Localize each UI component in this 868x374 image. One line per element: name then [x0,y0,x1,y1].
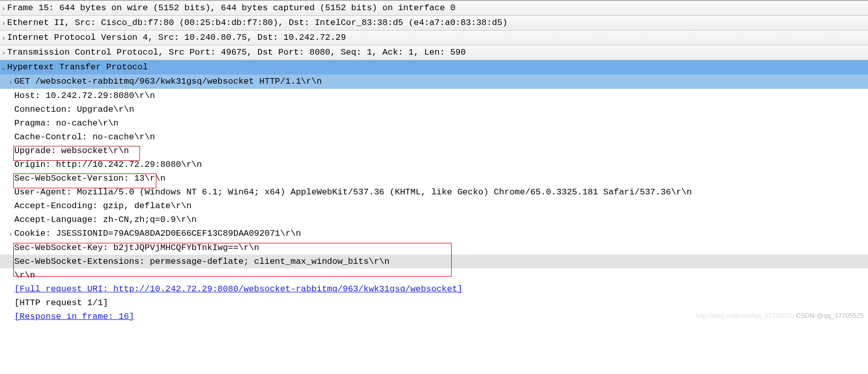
chevron-right-icon[interactable]: › [0,1,7,15]
header-sec-websocket-version[interactable]: Sec-WebSocket-Version: 13\r\n [0,171,868,185]
header-cache-control[interactable]: Cache-Control: no-cache\r\n [0,130,868,144]
tree-item-ethernet[interactable]: › Ethernet II, Src: Cisco_db:f7:80 (00:2… [0,16,868,31]
http-summary: Hypertext Transfer Protocol [7,60,148,74]
header-text: Host: 10.242.72.29:8080\r\n [14,89,155,103]
header-text: Connection: Upgrade\r\n [14,103,134,116]
header-text: Upgrade: websocket\r\n [14,144,129,158]
header-text: Cache-Control: no-cache\r\n [14,130,155,144]
tree-item-ip[interactable]: › Internet Protocol Version 4, Src: 10.2… [0,31,868,45]
header-text: Cookie: JSESSIONID=79AC9A8DA2D0E66CEF13C… [14,227,301,240]
ethernet-summary: Ethernet II, Src: Cisco_db:f7:80 (00:25:… [7,16,507,30]
header-text: Sec-WebSocket-Extensions: permessage-def… [14,255,390,268]
request-line: GET /websocket-rabbitmq/963/kwk31gsq/web… [14,74,322,88]
header-accept-encoding[interactable]: Accept-Encoding: gzip, deflate\r\n [0,199,868,213]
header-text: Accept-Encoding: gzip, deflate\r\n [14,199,192,213]
chevron-right-icon[interactable]: › [0,45,7,60]
header-user-agent[interactable]: User-Agent: Mozilla/5.0 (Windows NT 6.1;… [0,185,868,199]
packet-details-tree[interactable]: › Frame 15: 644 bytes on wire (5152 bits… [0,0,868,323]
full-request-uri-link[interactable]: [Full request URI: http://10.242.72.29:8… [14,282,462,296]
header-upgrade[interactable]: Upgrade: websocket\r\n [0,144,868,158]
tcp-summary: Transmission Control Protocol, Src Port:… [7,45,466,59]
header-pragma[interactable]: Pragma: no-cache\r\n [0,116,868,130]
header-connection[interactable]: Connection: Upgrade\r\n [0,103,868,116]
header-sec-websocket-extensions[interactable]: Sec-WebSocket-Extensions: permessage-def… [0,255,868,268]
header-text: User-Agent: Mozilla/5.0 (Windows NT 6.1;… [14,185,692,199]
chevron-right-icon[interactable]: › [0,31,7,45]
tree-item-cookie[interactable]: › Cookie: JSESSIONID=79AC9A8DA2D0E66CEF1… [0,227,868,241]
tree-item-http[interactable]: ⌄ Hypertext Transfer Protocol [0,60,868,74]
http-request-number[interactable]: [HTTP request 1/1] [0,296,868,310]
header-text: Pragma: no-cache\r\n [14,116,119,130]
header-host[interactable]: Host: 10.242.72.29:8080\r\n [0,89,868,103]
header-text: Sec-WebSocket-Version: 13\r\n [14,171,166,185]
header-accept-language[interactable]: Accept-Language: zh-CN,zh;q=0.9\r\n [0,213,868,227]
header-text: Origin: http://10.242.72.29:8080\r\n [14,158,202,171]
header-sec-websocket-key[interactable]: Sec-WebSocket-Key: b2jtJQPVjMHCQFYbTnkIw… [0,241,868,255]
header-text: Accept-Language: zh-CN,zh;q=0.9\r\n [14,213,197,227]
tree-item-frame[interactable]: › Frame 15: 644 bytes on wire (5152 bits… [0,1,868,16]
chevron-right-icon[interactable]: › [0,16,7,30]
header-text: \r\n [14,268,35,282]
header-crlf[interactable]: \r\n [0,268,868,282]
frame-summary: Frame 15: 644 bytes on wire (5152 bits),… [7,1,455,15]
tree-item-tcp[interactable]: › Transmission Control Protocol, Src Por… [0,45,868,60]
chevron-down-icon[interactable]: ⌄ [0,60,7,74]
response-in-frame-link[interactable]: [Response in frame: 16] [14,310,134,323]
http-request-number-text: [HTTP request 1/1] [14,296,108,310]
chevron-right-icon[interactable]: › [7,74,14,89]
header-text: Sec-WebSocket-Key: b2jtJQPVjMHCQFYbTnkIw… [14,241,259,255]
full-request-uri[interactable]: [Full request URI: http://10.242.72.29:8… [0,282,868,296]
ip-summary: Internet Protocol Version 4, Src: 10.240… [7,31,346,44]
tree-item-request-line[interactable]: › GET /websocket-rabbitmq/963/kwk31gsq/w… [0,74,868,89]
header-origin[interactable]: Origin: http://10.242.72.29:8080\r\n [0,158,868,171]
chevron-right-icon[interactable]: › [7,227,14,241]
response-in-frame[interactable]: [Response in frame: 16] [0,310,868,323]
